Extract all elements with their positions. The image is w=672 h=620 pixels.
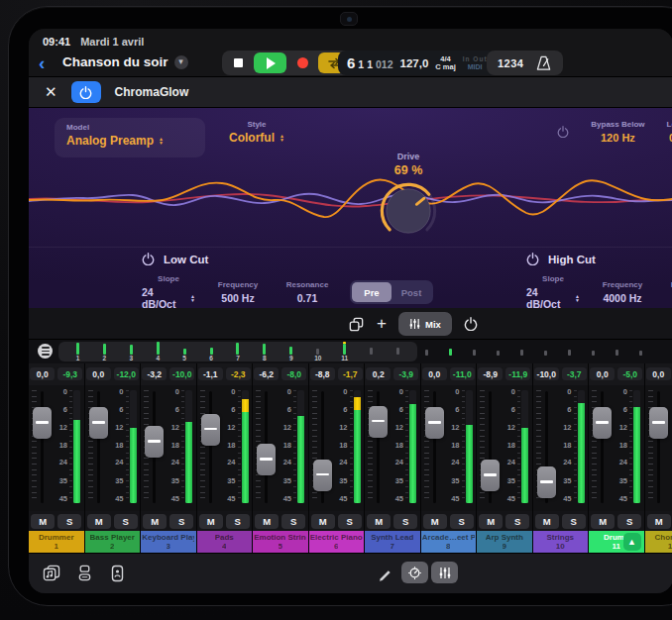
fader-handle[interactable] <box>89 407 108 439</box>
highcut-frequency-control[interactable]: Frequency 4000 Hz <box>596 280 649 304</box>
controller-button[interactable] <box>110 565 125 582</box>
channel-strip: -10,0 -3,7 061218243545 M S Strings 10 <box>533 363 589 553</box>
lowcut-frequency-control[interactable]: Frequency 500 Hz <box>211 280 265 304</box>
plugin-power-button[interactable] <box>71 81 101 103</box>
mute-solo-row: M S <box>253 511 308 531</box>
solo-button[interactable]: S <box>338 514 362 529</box>
mute-button[interactable]: M <box>647 514 671 529</box>
fader-handle[interactable] <box>33 407 52 439</box>
mute-button[interactable]: M <box>535 514 559 529</box>
mute-solo-row: M S <box>533 511 589 531</box>
mute-button[interactable]: M <box>87 514 111 529</box>
master-power-button[interactable] <box>464 312 478 336</box>
library-button[interactable] <box>76 565 93 581</box>
bypass-below-control[interactable]: Bypass Below 120 Hz <box>591 120 644 144</box>
solo-button[interactable]: S <box>393 514 417 529</box>
fader-handle[interactable] <box>257 444 276 475</box>
drive-knob[interactable] <box>373 179 444 243</box>
highcut-resonance-control[interactable]: Resonance 0.71 <box>665 280 672 304</box>
track-name-tile[interactable]: Emotion Strings 5 <box>253 531 308 553</box>
fader-handle[interactable] <box>481 460 500 491</box>
mute-button[interactable]: M <box>255 514 279 529</box>
track-name-tile[interactable]: Drummer 1 <box>29 531 84 553</box>
lcd-display[interactable]: 6 1 1 012 127,0 4/4 C maj In Out MIDI <box>338 51 497 75</box>
fader-handle[interactable] <box>145 426 164 458</box>
fader-handle[interactable] <box>649 407 668 439</box>
fader-handle[interactable] <box>425 407 444 439</box>
mixer-view-button[interactable] <box>431 562 458 583</box>
overview-visible-range[interactable]: 1234567891011 <box>58 342 417 362</box>
highcut-power-icon[interactable] <box>526 253 539 265</box>
track-name-tile[interactable]: Synth Lead 7 <box>365 531 420 553</box>
lowcut-resonance-control[interactable]: Resonance 0.71 <box>280 280 334 304</box>
add-button[interactable]: + <box>377 312 387 336</box>
mute-button[interactable]: M <box>143 514 167 529</box>
bypass-power-icon[interactable] <box>557 126 569 138</box>
style-label: Style <box>229 120 284 129</box>
track-name-tile[interactable]: Chorus V 12 <box>645 531 672 553</box>
record-button[interactable] <box>288 52 316 73</box>
fader-scale-label: 18 <box>613 441 627 450</box>
model-select[interactable]: Model Analog Preamp ▲▼ <box>55 118 205 157</box>
solo-button[interactable]: S <box>281 514 305 529</box>
fader-scale-label: 0 <box>501 387 515 396</box>
fader-handle[interactable] <box>593 407 612 439</box>
mute-button[interactable]: M <box>199 514 223 529</box>
chevron-down-icon[interactable]: ▾ <box>174 55 188 69</box>
solo-button[interactable]: S <box>57 514 81 529</box>
solo-button[interactable]: S <box>450 514 474 529</box>
song-title[interactable]: Chanson du soir ▾ <box>62 54 188 69</box>
fader-handle[interactable] <box>201 414 220 446</box>
peak-value: -1,7 <box>338 367 363 380</box>
lowcut-power-icon[interactable] <box>142 253 155 265</box>
solo-button[interactable]: S <box>114 514 138 529</box>
track-name-tile[interactable]: Keyboard Player 3 <box>141 531 196 553</box>
back-chevron-icon[interactable]: ‹ <box>39 52 45 75</box>
mixer-overview-icon[interactable] <box>38 344 53 359</box>
overview-track-meter <box>358 342 385 362</box>
mute-button[interactable]: M <box>591 514 615 529</box>
solo-button[interactable]: S <box>617 514 641 529</box>
close-icon[interactable]: ✕ <box>45 83 57 101</box>
highcut-slope-select[interactable]: Slope 24 dB/Oct▲▼ <box>526 274 580 308</box>
duplicate-button[interactable] <box>348 312 365 336</box>
fader-scale-label: 18 <box>389 441 403 450</box>
track-number: 9 <box>503 542 506 551</box>
mute-button[interactable]: M <box>479 514 503 529</box>
metronome-icon[interactable] <box>535 55 552 71</box>
overview-offscreen-tracks[interactable] <box>425 343 642 356</box>
fader-handle[interactable] <box>369 406 388 438</box>
collapse-chevron-icon[interactable]: ▲ <box>623 533 641 551</box>
track-name-tile[interactable]: Drums 11 ▲ <box>589 531 644 553</box>
loops-browser-button[interactable] <box>43 565 60 581</box>
post-button[interactable]: Post <box>392 282 431 302</box>
count-in-button[interactable]: 1234 <box>498 57 523 69</box>
edit-button[interactable] <box>378 567 392 581</box>
solo-button[interactable]: S <box>169 514 193 529</box>
track-name-tile[interactable]: Electric Piano 6 <box>309 531 365 553</box>
fader-track[interactable] <box>209 391 212 503</box>
fader-scale-label: 12 <box>669 423 672 432</box>
mix-button[interactable]: Mix <box>398 312 452 336</box>
stop-button[interactable] <box>224 52 252 73</box>
track-name-tile[interactable]: Arp Synth 9 <box>477 531 532 553</box>
mute-button[interactable]: M <box>423 514 447 529</box>
pre-button[interactable]: Pre <box>352 282 392 302</box>
controls-view-button[interactable] <box>401 562 428 583</box>
fader-handle[interactable] <box>313 460 332 491</box>
fader-handle[interactable] <box>537 466 556 498</box>
track-name-tile[interactable]: Pads 4 <box>197 531 253 553</box>
solo-button[interactable]: S <box>226 514 250 529</box>
track-name-tile[interactable]: Arcade…eet Pad 8 <box>421 531 477 553</box>
solo-button[interactable]: S <box>505 514 529 529</box>
style-select[interactable]: Style Colorful ▲▼ <box>229 120 284 145</box>
solo-button[interactable]: S <box>562 514 586 529</box>
mute-button[interactable]: M <box>31 514 55 529</box>
mute-button[interactable]: M <box>311 514 335 529</box>
lowcut-slope-select[interactable]: Slope 24 dB/Oct▲▼ <box>142 274 195 308</box>
track-name-tile[interactable]: Strings 10 <box>533 531 589 553</box>
play-button[interactable] <box>254 52 286 73</box>
level-control[interactable]: Level 0.0 <box>667 120 672 144</box>
track-name-tile[interactable]: Bass Player 2 <box>85 531 141 553</box>
mute-button[interactable]: M <box>367 514 391 529</box>
